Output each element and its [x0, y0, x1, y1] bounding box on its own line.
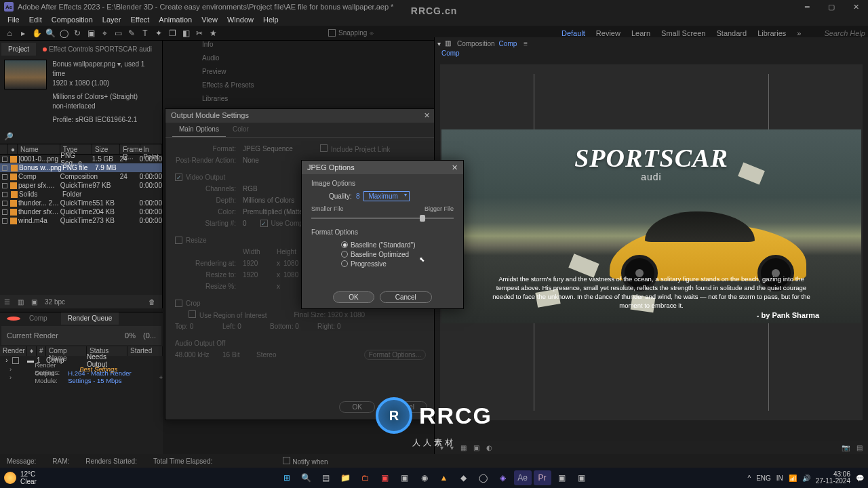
mask-icon[interactable]: ▣	[473, 444, 479, 451]
project-row[interactable]: Bonus w...pngPNG file7.9 MB	[0, 163, 162, 172]
jpeg-radio-progressive[interactable]: Progressive	[341, 259, 454, 268]
comp-tab[interactable]: Comp	[441, 49, 460, 57]
project-row[interactable]: wind.m4aQuickTime273 KB0:00:00	[0, 216, 162, 225]
menu-window[interactable]: Window	[222, 16, 258, 24]
menu-help[interactable]: Help	[258, 16, 283, 24]
taskbar-search-icon[interactable]: 🔍	[298, 470, 315, 485]
workspace-review[interactable]: Review	[596, 29, 620, 37]
menu-animation[interactable]: Animation	[154, 16, 197, 24]
orbit-tool-icon[interactable]: ◯	[57, 27, 71, 39]
system-tray[interactable]: ^ ENG IN 📶 🔊 43:0627-11-2024 💬	[747, 471, 864, 485]
om-format-dropdown[interactable]: JPEG Sequence	[243, 145, 293, 152]
menu-layer[interactable]: Layer	[98, 16, 126, 24]
output-module-add[interactable]: +	[159, 373, 163, 381]
tray-volume-icon[interactable]: 🔊	[802, 474, 810, 482]
panel-audio[interactable]: Audio	[193, 51, 274, 64]
comp-layout-icon[interactable]: ▥	[445, 39, 453, 47]
app-icon-9[interactable]: ▣	[573, 470, 591, 485]
shape-tool-icon[interactable]: ▭	[111, 27, 125, 39]
weather-widget[interactable]: 12°CClear	[4, 470, 37, 485]
app-icon-2[interactable]: ▣	[376, 470, 394, 485]
tray-wifi-icon[interactable]: 📶	[789, 474, 797, 482]
trash-icon[interactable]: 🗑	[149, 298, 158, 306]
selection-tool-icon[interactable]: ▸	[16, 27, 30, 39]
project-row[interactable]: SolidsFolder	[0, 190, 162, 199]
menu-effect[interactable]: Effect	[125, 16, 154, 24]
premiere-icon[interactable]: Pr	[534, 470, 551, 485]
project-search-icon[interactable]: 🔎	[3, 130, 15, 142]
col-size[interactable]: Size	[92, 144, 120, 154]
snapping-checkbox[interactable]	[328, 29, 336, 37]
pen-tool-icon[interactable]: ✎	[125, 27, 138, 39]
jpeg-quality-dropdown[interactable]: Maximum	[363, 191, 409, 201]
channel-icon[interactable]: ◐	[486, 444, 492, 451]
project-row[interactable]: CompComposition240:00:00	[0, 172, 162, 181]
composition-viewer[interactable]: SPORTSCAR audi Amidst the storm's fury a…	[440, 64, 863, 420]
rq-tab-queue[interactable]: Render Queue	[61, 312, 119, 325]
tray-notifications-icon[interactable]: 💬	[856, 474, 864, 482]
om-format-options-button[interactable]: Format Options...	[364, 350, 426, 360]
view-options-icon[interactable]: ▤	[856, 444, 863, 451]
om-tab-color[interactable]: Color	[226, 123, 256, 137]
status-notify-label[interactable]: Notify when	[292, 458, 328, 466]
hand-tool-icon[interactable]: ✋	[30, 27, 43, 39]
comp-chevron-icon[interactable]: ▾	[437, 40, 441, 47]
snapping-toggle[interactable]: Snapping ⟐	[328, 29, 374, 37]
zoom-tool-icon[interactable]: 🔍	[43, 27, 57, 39]
chrome-icon[interactable]: ◉	[416, 470, 433, 485]
search-help-input[interactable]: Search Help	[812, 29, 865, 37]
rotate-tool-icon[interactable]: ↻	[71, 27, 84, 39]
interpret-footage-icon[interactable]: ☰	[4, 298, 14, 306]
tray-chevron-icon[interactable]: ^	[747, 474, 751, 482]
project-search-input[interactable]	[15, 130, 159, 142]
jpeg-quality-slider[interactable]	[311, 218, 454, 219]
app-icon-6[interactable]: ◯	[475, 470, 492, 485]
rq-tab-comp[interactable]: Comp	[0, 312, 61, 325]
minimize-button[interactable]: ━	[795, 0, 819, 14]
workspace-standard[interactable]: Standard	[716, 29, 747, 37]
new-folder-icon[interactable]: ▥	[18, 298, 27, 306]
workspace-smallscreen[interactable]: Small Screen	[661, 29, 705, 37]
workspace-libraries[interactable]: Libraries	[757, 29, 786, 37]
output-module-link[interactable]: H.264 - Match Render Settings - 15 Mbps	[68, 369, 156, 384]
workspace-default[interactable]: Default	[561, 29, 585, 37]
om-tab-main[interactable]: Main Options	[172, 123, 226, 137]
app-icon-8[interactable]: ▣	[553, 470, 571, 485]
project-row[interactable]: thunder sfx.m4aQuickTime204 KB0:00:00	[0, 207, 162, 216]
eraser-tool-icon[interactable]: ◧	[179, 27, 193, 39]
jpeg-quality-value[interactable]: 8	[356, 192, 360, 200]
workspace-overflow-icon[interactable]: »	[797, 29, 801, 37]
project-row[interactable]: [0001-0...pngPNG Seq...e1.5 GB240:00:00	[0, 155, 162, 163]
om-close-icon[interactable]: ✕	[424, 111, 430, 121]
jpeg-slider-handle[interactable]	[420, 215, 425, 222]
camera-icon[interactable]: 📷	[842, 444, 850, 451]
col-rate[interactable]: Frame R...	[120, 144, 140, 154]
new-comp-icon[interactable]: ▣	[31, 298, 41, 306]
anchor-tool-icon[interactable]: ⌖	[98, 27, 111, 39]
task-view-icon[interactable]: ▤	[317, 470, 335, 485]
jpeg-ok-button[interactable]: OK	[333, 291, 374, 303]
menu-file[interactable]: File	[3, 16, 24, 24]
clone-tool-icon[interactable]: ❐	[165, 27, 179, 39]
menu-view[interactable]: View	[197, 16, 222, 24]
panel-effects-presets[interactable]: Effects & Presets	[193, 78, 274, 92]
jpeg-radio-baseline[interactable]: Baseline ("Standard")	[341, 240, 454, 249]
maximize-button[interactable]: ▢	[819, 0, 844, 14]
app-icon-1[interactable]: 🗀	[357, 470, 374, 485]
app-icon-7[interactable]: ◈	[494, 470, 512, 485]
rq-row[interactable]: › ▬ 1 Comp Needs Output ›Render Settings…	[0, 356, 163, 381]
grid-icon[interactable]: ▦	[460, 444, 467, 451]
close-button[interactable]: ✕	[844, 0, 868, 14]
brush-tool-icon[interactable]: ✦	[152, 27, 165, 39]
comp-bar-name[interactable]: Comp	[499, 40, 517, 47]
jpeg-close-icon[interactable]: ✕	[452, 163, 458, 172]
panel-preview[interactable]: Preview	[193, 64, 274, 78]
om-postrender-dropdown[interactable]: None	[243, 157, 259, 164]
menu-composition[interactable]: Composition	[47, 16, 98, 24]
type-tool-icon[interactable]: T	[138, 27, 152, 39]
windows-taskbar[interactable]: 12°CClear ⊞ 🔍 ▤ 📁 🗀 ▣ ▣ ◉ ▲ ◆ ◯ ◈ Ae Pr …	[0, 468, 868, 488]
menu-edit[interactable]: Edit	[24, 16, 47, 24]
om-ok-button[interactable]: OK	[339, 401, 374, 413]
camera-tool-icon[interactable]: ▣	[84, 27, 98, 39]
start-icon[interactable]: ⊞	[278, 470, 296, 485]
